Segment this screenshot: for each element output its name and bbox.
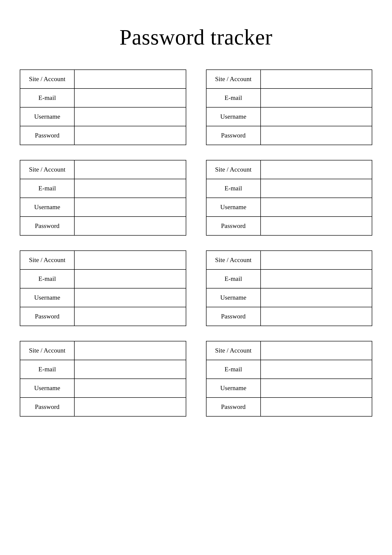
email-value[interactable] [75, 270, 186, 288]
email-label: E-mail [20, 89, 75, 107]
site-account-value[interactable] [75, 341, 186, 360]
email-label: E-mail [206, 179, 261, 198]
site-account-value[interactable] [261, 160, 372, 179]
site-account-value[interactable] [261, 251, 372, 269]
password-row: Password [20, 126, 186, 145]
email-row: E-mail [206, 179, 372, 198]
password-label: Password [206, 307, 261, 326]
site-account-label: Site / Account [206, 251, 261, 269]
password-value[interactable] [75, 217, 186, 235]
password-row: Password [20, 217, 186, 235]
site-account-label: Site / Account [20, 251, 75, 269]
email-label: E-mail [206, 270, 261, 288]
email-row: E-mail [20, 179, 186, 198]
email-row: E-mail [20, 360, 186, 379]
password-card: Site / Account E-mail Username Password [206, 250, 372, 326]
password-card: Site / Account E-mail Username Password [20, 341, 186, 417]
username-row: Username [206, 379, 372, 398]
password-card: Site / Account E-mail Username Password [206, 69, 372, 145]
password-card: Site / Account E-mail Username Password [206, 341, 372, 417]
username-label: Username [206, 379, 261, 397]
password-label: Password [206, 398, 261, 416]
password-row: Password [20, 307, 186, 326]
username-label: Username [20, 379, 75, 397]
email-value[interactable] [261, 360, 372, 378]
site-account-row: Site / Account [20, 70, 186, 89]
username-row: Username [20, 289, 186, 307]
password-row: Password [206, 217, 372, 235]
username-value[interactable] [75, 108, 186, 126]
username-row: Username [206, 289, 372, 307]
email-value[interactable] [261, 270, 372, 288]
username-value[interactable] [75, 198, 186, 216]
site-account-value[interactable] [261, 70, 372, 88]
password-label: Password [20, 307, 75, 326]
site-account-value[interactable] [75, 160, 186, 179]
password-value[interactable] [75, 307, 186, 326]
site-account-row: Site / Account [206, 341, 372, 360]
email-value[interactable] [75, 179, 186, 198]
email-row: E-mail [20, 89, 186, 108]
username-value[interactable] [75, 379, 186, 397]
password-card: Site / Account E-mail Username Password [20, 69, 186, 145]
password-label: Password [206, 126, 261, 145]
site-account-label: Site / Account [206, 70, 261, 88]
password-value[interactable] [261, 398, 372, 416]
email-row: E-mail [206, 89, 372, 108]
password-value[interactable] [261, 126, 372, 145]
username-row: Username [206, 108, 372, 126]
username-row: Username [20, 108, 186, 126]
password-value[interactable] [261, 217, 372, 235]
email-value[interactable] [75, 89, 186, 107]
password-row: Password [20, 398, 186, 416]
password-label: Password [20, 398, 75, 416]
password-value[interactable] [261, 307, 372, 326]
email-value[interactable] [261, 179, 372, 198]
password-label: Password [206, 217, 261, 235]
site-account-row: Site / Account [20, 160, 186, 179]
password-card: Site / Account E-mail Username Password [20, 160, 186, 236]
site-account-row: Site / Account [20, 341, 186, 360]
password-value[interactable] [75, 398, 186, 416]
password-card: Site / Account E-mail Username Password [206, 160, 372, 236]
site-account-label: Site / Account [20, 70, 75, 88]
email-row: E-mail [206, 270, 372, 289]
email-value[interactable] [261, 89, 372, 107]
username-row: Username [20, 198, 186, 217]
username-label: Username [20, 289, 75, 307]
password-row: Password [206, 398, 372, 416]
email-label: E-mail [20, 360, 75, 378]
site-account-label: Site / Account [20, 341, 75, 360]
username-value[interactable] [261, 289, 372, 307]
username-label: Username [206, 289, 261, 307]
site-account-label: Site / Account [20, 160, 75, 179]
site-account-label: Site / Account [206, 160, 261, 179]
site-account-label: Site / Account [206, 341, 261, 360]
password-value[interactable] [75, 126, 186, 145]
email-row: E-mail [206, 360, 372, 379]
email-row: E-mail [20, 270, 186, 289]
username-label: Username [206, 108, 261, 126]
email-label: E-mail [20, 179, 75, 198]
username-label: Username [20, 198, 75, 216]
username-value[interactable] [261, 108, 372, 126]
email-label: E-mail [206, 360, 261, 378]
username-row: Username [206, 198, 372, 217]
username-value[interactable] [261, 379, 372, 397]
username-row: Username [20, 379, 186, 398]
email-value[interactable] [75, 360, 186, 378]
password-label: Password [20, 126, 75, 145]
site-account-value[interactable] [261, 341, 372, 360]
site-account-value[interactable] [75, 251, 186, 269]
site-account-value[interactable] [75, 70, 186, 88]
site-account-row: Site / Account [206, 251, 372, 270]
site-account-row: Site / Account [20, 251, 186, 270]
password-label: Password [20, 217, 75, 235]
username-label: Username [20, 108, 75, 126]
username-value[interactable] [261, 198, 372, 216]
username-value[interactable] [75, 289, 186, 307]
email-label: E-mail [206, 89, 261, 107]
cards-grid: Site / Account E-mail Username Password … [20, 69, 372, 417]
page-title: Password tracker [20, 25, 372, 50]
site-account-row: Site / Account [206, 160, 372, 179]
